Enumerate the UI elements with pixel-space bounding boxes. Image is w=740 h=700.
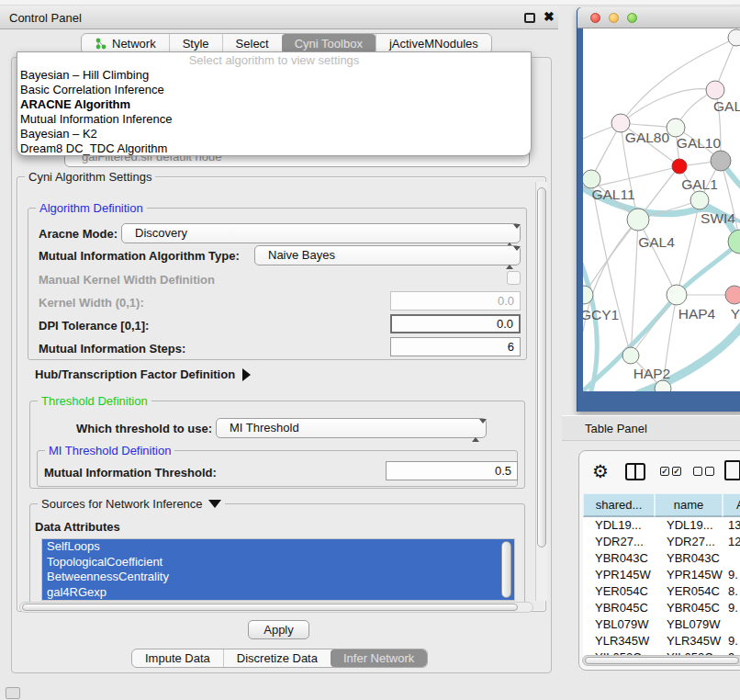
- settings-horizontal-scrollbar[interactable]: [19, 602, 533, 613]
- network-node-gal4[interactable]: [627, 209, 649, 231]
- table-row[interactable]: YBR045CYBR045C9.: [583, 600, 740, 616]
- network-node[interactable]: [711, 151, 731, 171]
- tab-style[interactable]: Style: [169, 34, 222, 53]
- network-node-gal1[interactable]: [672, 159, 687, 174]
- table-cell: YBR043C: [583, 550, 655, 567]
- table-row[interactable]: YBR043CYBR043C: [583, 550, 740, 567]
- tab-select[interactable]: Select: [222, 34, 282, 53]
- tab-label: jActiveMNodules: [389, 37, 478, 51]
- attribute-item-selected[interactable]: SelfLoops: [42, 539, 514, 555]
- table-cell: YER054C: [655, 583, 723, 600]
- dropdown-item[interactable]: Mutual Information Inference: [17, 112, 531, 127]
- zoom-window-icon[interactable]: [627, 13, 637, 23]
- sources-group-title-row[interactable]: Sources for Network Inference: [38, 497, 225, 511]
- bottom-tab-infer-network[interactable]: Infer Network: [331, 649, 427, 667]
- node-label: GAL11: [591, 186, 634, 202]
- dropdown-item[interactable]: ARACNE Algorithm: [17, 97, 531, 112]
- table-cell: 9.: [723, 567, 740, 583]
- algorithm-dropdown[interactable]: Select algorithm to view settings Bayesi…: [17, 51, 532, 156]
- aracne-mode-select[interactable]: Discovery: [121, 223, 521, 243]
- manual-kernel-checkbox[interactable]: [507, 271, 521, 285]
- table-row[interactable]: YDL19...YDL19...13: [583, 517, 740, 534]
- network-node[interactable]: [728, 29, 740, 46]
- table-row[interactable]: YER054CYER054C8.: [583, 583, 740, 600]
- kernel-width-field[interactable]: 0.0: [390, 291, 521, 310]
- table-panel-titlebar: Table Panel: [562, 415, 740, 441]
- dropdown-items: Bayesian – Hill ClimbingBasic Correlatio…: [17, 68, 531, 157]
- dropdown-item[interactable]: Bayesian – K2: [17, 127, 531, 141]
- settings-vertical-scrollbar[interactable]: [535, 182, 547, 601]
- table-cell: YPR145W: [655, 567, 723, 583]
- aracne-mode-value: Discovery: [135, 226, 187, 240]
- mi-type-label: Mutual Information Algorithm Type:: [39, 249, 240, 263]
- hub-definition-toggle[interactable]: Hub/Transcription Factor Definition: [35, 367, 251, 381]
- network-canvas[interactable]: GALGAL80GAL10GAL1GAL11SWI4GAL4GCY1HAP4YH…: [583, 28, 740, 391]
- expand-right-icon: [242, 368, 251, 381]
- table-cell: YBR043C: [655, 550, 723, 567]
- minimized-panel-icon[interactable]: [6, 687, 20, 699]
- network-node-y[interactable]: [725, 286, 740, 304]
- settings-vertical-thumb[interactable]: [537, 187, 546, 548]
- algorithm-definition-title: Algorithm Definition: [36, 201, 147, 215]
- table-row[interactable]: YLR345WYLR345W9.: [583, 633, 740, 649]
- tab-network[interactable]: Network: [82, 34, 169, 53]
- dpi-tolerance-label: DPI Tolerance [0,1]:: [39, 319, 149, 333]
- gear-icon[interactable]: ⚙: [592, 460, 609, 482]
- node-label: SWI4: [701, 210, 735, 226]
- float-panel-icon[interactable]: [524, 13, 535, 23]
- tab-label: Select: [236, 37, 269, 51]
- network-node-gal11[interactable]: [583, 170, 600, 188]
- network-node-hap4[interactable]: [667, 285, 687, 305]
- attribute-item-selected[interactable]: gal4RGexp: [42, 585, 514, 601]
- combo-arrows-icon: [506, 249, 513, 267]
- apply-button[interactable]: Apply: [248, 620, 309, 639]
- network-icon: [95, 38, 107, 50]
- data-attributes-list[interactable]: SelfLoopsTopologicalCoefficientBetweenne…: [41, 538, 515, 601]
- network-node-gal[interactable]: [706, 81, 724, 99]
- attribute-item-selected[interactable]: TopologicalCoefficient: [42, 555, 514, 570]
- settings-horizontal-thumb[interactable]: [22, 604, 518, 611]
- network-node-hap2[interactable]: [622, 347, 639, 364]
- table-row[interactable]: YBL079WYBL079W: [583, 616, 740, 633]
- node-label: GAL1: [681, 176, 718, 192]
- checked-checkbox-icon[interactable]: ✓: [672, 467, 681, 476]
- column-header-2[interactable]: name: [655, 493, 723, 517]
- network-node-swi4[interactable]: [690, 191, 709, 209]
- which-threshold-select[interactable]: MI Threshold: [216, 418, 487, 438]
- minimize-window-icon[interactable]: [609, 13, 619, 23]
- node-label: GAL80: [625, 130, 670, 145]
- tab-jactivemnodules[interactable]: jActiveMNodules: [376, 34, 491, 53]
- attribute-item-selected[interactable]: BetweennessCentrality: [42, 570, 514, 585]
- table-cell: 9.: [723, 633, 740, 649]
- table-horizontal-scrollbar[interactable]: [582, 655, 740, 666]
- column-header-1[interactable]: shared...: [583, 493, 655, 517]
- attributes-vertical-scrollbar[interactable]: [501, 541, 511, 598]
- mi-type-value: Naive Bayes: [268, 248, 335, 262]
- close-window-icon[interactable]: [590, 13, 600, 23]
- columns-icon[interactable]: [625, 463, 645, 480]
- dropdown-item[interactable]: Dream8 DC_TDC Algorithm: [17, 141, 531, 156]
- document-icon[interactable]: [724, 460, 740, 480]
- close-panel-icon[interactable]: ✖: [544, 9, 555, 24]
- bottom-tab-impute-data[interactable]: Impute Data: [132, 649, 223, 667]
- settings-group-title: Cyni Algorithm Settings: [25, 170, 155, 184]
- dropdown-item[interactable]: Bayesian – Hill Climbing: [17, 68, 531, 83]
- mi-threshold-field[interactable]: 0.5: [386, 461, 518, 480]
- tab-cyni-toolbox[interactable]: Cyni Toolbox: [282, 34, 376, 53]
- unchecked-checkbox-icon[interactable]: [705, 467, 714, 476]
- checked-checkbox-icon[interactable]: ✓: [660, 467, 669, 476]
- dpi-tolerance-field[interactable]: 0.0: [390, 314, 521, 333]
- column-header-3[interactable]: A: [723, 493, 740, 517]
- table-row[interactable]: YDR27...YDR27...12: [583, 534, 740, 550]
- table-horizontal-thumb[interactable]: [585, 657, 739, 664]
- hub-definition-label: Hub/Transcription Factor Definition: [35, 367, 235, 381]
- mi-type-select[interactable]: Naive Bayes: [254, 245, 521, 265]
- node-table[interactable]: shared...nameA YDL19...YDL19...13YDR27..…: [583, 493, 740, 662]
- unchecked-checkbox-icon[interactable]: [693, 467, 702, 476]
- dropdown-item[interactable]: Basic Correlation Inference: [17, 83, 531, 97]
- table-row[interactable]: YPR145WYPR145W9.: [583, 567, 740, 583]
- mi-steps-field[interactable]: 6: [390, 337, 521, 356]
- network-window-titlebar[interactable]: [577, 7, 740, 28]
- bottom-tab-discretize-data[interactable]: Discretize Data: [223, 649, 331, 667]
- table-cell: 13: [723, 517, 740, 534]
